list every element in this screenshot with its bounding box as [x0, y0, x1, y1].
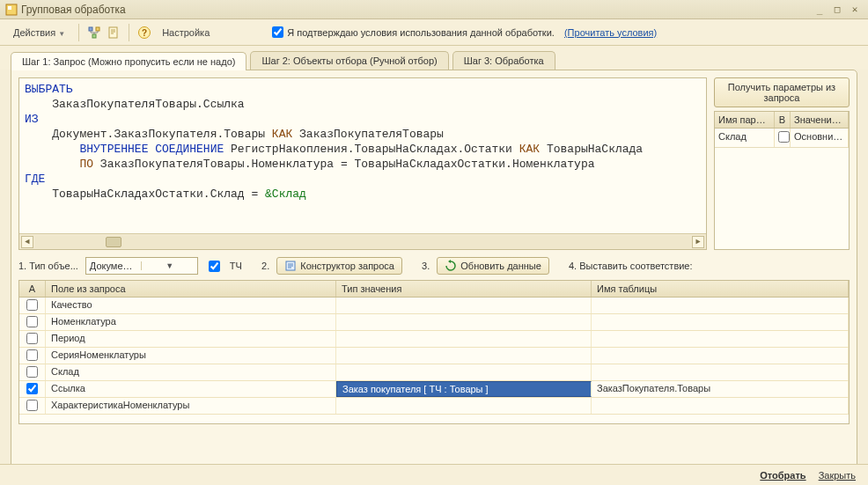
row-table	[592, 364, 849, 380]
toolbar-separator	[129, 24, 129, 41]
row-checkbox[interactable]	[26, 333, 38, 344]
row-checkbox-cell[interactable]	[19, 381, 46, 397]
actions-menu[interactable]: Действия▼	[7, 25, 71, 40]
tab-step2[interactable]: Шаг 2: Объекты отбора (Ручной отбор)	[250, 51, 448, 70]
param-name: Склад	[715, 129, 775, 147]
horizontal-scrollbar[interactable]: ◄ ►	[19, 233, 706, 249]
row-type[interactable]	[336, 364, 592, 380]
row-field: Склад	[46, 364, 336, 380]
row-type[interactable]	[336, 331, 592, 347]
param-row[interactable]: Склад Основний ...	[715, 129, 849, 148]
scroll-thumb[interactable]	[106, 237, 121, 247]
app-icon	[5, 4, 18, 16]
type-label: 1. Тип объе...	[18, 261, 78, 271]
row-type[interactable]	[336, 298, 592, 313]
param-header-value: Значение ...	[791, 112, 849, 128]
query-constructor-button[interactable]: Конструктор запроса	[276, 257, 402, 275]
constructor-icon	[284, 260, 297, 272]
row-checkbox-cell[interactable]	[19, 398, 46, 414]
tch-checkbox[interactable]	[209, 261, 220, 272]
script-icon[interactable]	[106, 25, 121, 40]
refresh-label: Обновить данные	[460, 261, 541, 271]
row-type[interactable]	[336, 398, 592, 414]
row-type[interactable]	[336, 314, 592, 330]
row-checkbox[interactable]	[26, 299, 38, 311]
confirm-checkbox[interactable]	[272, 26, 283, 38]
tab-step1[interactable]: Шаг 1: Запрос (Можно пропусить если не н…	[11, 52, 246, 70]
row-table	[592, 348, 849, 364]
row-field: ХарактеристикаНоменклатуры	[46, 398, 336, 414]
row-field: Номенклатура	[46, 314, 336, 330]
col-header-type: Тип значения	[336, 281, 592, 297]
terms-link[interactable]: (Прочитать условия)	[564, 27, 657, 38]
table-row[interactable]: Период	[19, 331, 849, 348]
param-header-name: Имя парамет...	[715, 112, 775, 128]
row-type[interactable]	[336, 348, 592, 364]
help-icon[interactable]: ?	[136, 25, 152, 40]
object-type-select[interactable]: Документы ▼	[85, 257, 198, 275]
svg-rect-2	[89, 27, 92, 31]
row-table	[592, 298, 849, 313]
close-button[interactable]: Закрыть	[819, 470, 856, 481]
row-checkbox-cell[interactable]	[19, 314, 46, 330]
row-checkbox[interactable]	[26, 366, 38, 378]
scroll-right-icon[interactable]: ►	[692, 236, 704, 248]
row-checkbox[interactable]	[26, 316, 38, 327]
param-b-cell[interactable]	[775, 129, 791, 147]
tch-label: ТЧ	[230, 261, 242, 271]
settings-button[interactable]: Настройка	[156, 25, 216, 40]
col-header-a: A	[19, 281, 46, 297]
tab-step3[interactable]: Шаг 3: Обработка	[452, 51, 555, 70]
row-checkbox[interactable]	[26, 349, 38, 361]
select-button[interactable]: Отобрать	[760, 470, 805, 481]
minimize-button[interactable]: _	[812, 4, 828, 16]
tree-icon[interactable]	[86, 25, 102, 40]
svg-rect-3	[96, 27, 99, 31]
col-header-field: Поле из запроса	[46, 281, 336, 297]
toolbar-separator	[78, 24, 79, 41]
row-checkbox[interactable]	[26, 400, 38, 411]
svg-rect-5	[109, 27, 117, 38]
svg-rect-1	[8, 6, 11, 10]
table-row[interactable]: СерияНоменклатуры	[19, 348, 849, 364]
row-field: Качество	[46, 298, 336, 313]
row-table	[592, 398, 849, 414]
table-row[interactable]: Качество	[19, 298, 849, 314]
params-table: Имя парамет... В Значение ... Склад Осно…	[714, 111, 850, 250]
row-table	[592, 331, 849, 347]
row-checkbox-cell[interactable]	[19, 364, 46, 380]
row-type[interactable]: Заказ покупателя [ ТЧ : Товары ]	[336, 381, 592, 397]
refresh-data-button[interactable]: Обновить данные	[437, 257, 549, 275]
row-field: Ссылка	[46, 381, 336, 397]
step2-label: 2.	[261, 261, 269, 271]
scroll-left-icon[interactable]: ◄	[21, 236, 33, 248]
param-header-b: В	[775, 112, 791, 128]
close-window-button[interactable]: ✕	[847, 4, 863, 16]
step4-label: 4. Выставить соответствие:	[569, 261, 693, 271]
row-checkbox-cell[interactable]	[19, 331, 46, 347]
object-type-value: Документы	[86, 261, 142, 271]
confirm-text: Я подтверждаю условия использования данн…	[287, 27, 555, 38]
table-row[interactable]: Номенклатура	[19, 314, 849, 331]
maximize-button[interactable]: □	[829, 4, 845, 16]
actions-label: Действия	[13, 27, 55, 38]
fields-table: A Поле из запроса Тип значения Имя табли…	[18, 280, 850, 424]
param-b-checkbox[interactable]	[778, 131, 790, 143]
param-value: Основний ...	[791, 129, 849, 147]
refresh-icon	[445, 260, 457, 272]
row-table	[592, 314, 849, 330]
step3-label: 3.	[422, 261, 430, 271]
table-row[interactable]: Склад	[19, 364, 849, 381]
chevron-down-icon: ▼	[58, 30, 65, 38]
window-title: Групповая обработка	[21, 4, 810, 16]
row-checkbox-cell[interactable]	[19, 348, 46, 364]
row-checkbox-cell[interactable]	[19, 298, 46, 313]
svg-text:?: ?	[142, 28, 147, 38]
query-editor[interactable]: ВЫБРАТЬ ЗаказПокупателяТовары.СсылкаИЗ Д…	[18, 77, 707, 250]
row-table: ЗаказПокупателя.Товары	[592, 381, 849, 397]
tab-panel: ВЫБРАТЬ ЗаказПокупателяТовары.СсылкаИЗ Д…	[11, 70, 857, 485]
table-row[interactable]: СсылкаЗаказ покупателя [ ТЧ : Товары ]За…	[19, 381, 849, 398]
row-checkbox[interactable]	[26, 383, 38, 394]
get-params-button[interactable]: Получить параметры из запроса	[714, 77, 850, 107]
table-row[interactable]: ХарактеристикаНоменклатуры	[19, 398, 849, 415]
